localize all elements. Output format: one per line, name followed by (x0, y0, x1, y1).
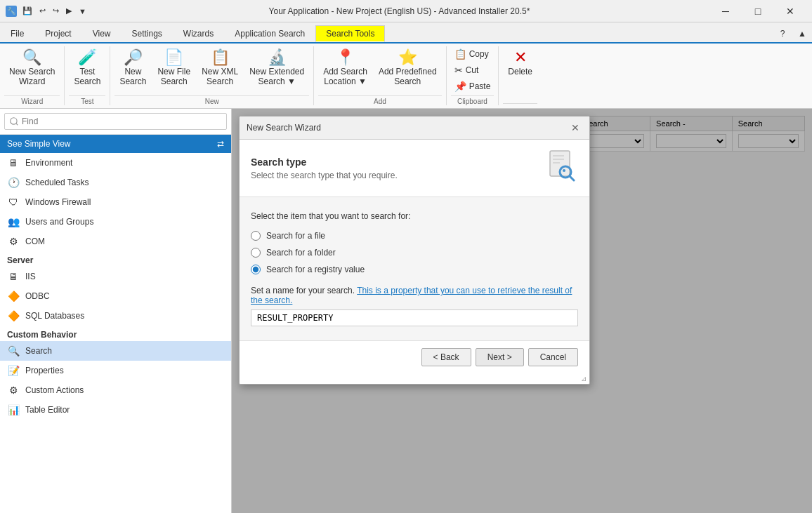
sidebar-item-com[interactable]: ⚙ COM (0, 232, 231, 251)
resize-handle[interactable]: ⊿ (240, 373, 589, 384)
save-button[interactable]: 💾 (20, 5, 35, 17)
dialog-body: Select the item that you want to search … (240, 197, 589, 341)
tab-wizards[interactable]: Wizards (173, 25, 224, 42)
copy-label: Copy (469, 49, 489, 59)
wizard-buttons: 🔍 New SearchWizard (4, 46, 60, 94)
sidebar-item-search[interactable]: 🔍 Search (0, 341, 231, 361)
property-link[interactable]: This is a property that you can use to r… (251, 286, 572, 305)
tab-view[interactable]: View (82, 25, 122, 42)
new-search-wizard-label: New SearchWizard (9, 67, 55, 87)
delete-button[interactable]: ✕ Delete (503, 46, 537, 80)
radio-registry-label: Search for a registry value (266, 265, 365, 274)
test-search-icon: 🧪 (78, 50, 97, 65)
paste-icon: 📌 (454, 81, 466, 92)
tab-application-search[interactable]: Application Search (224, 25, 315, 42)
svg-rect-2 (553, 159, 564, 160)
sidebar-item-users-groups[interactable]: 👥 Users and Groups (0, 212, 231, 232)
radio-file[interactable]: Search for a file (251, 231, 578, 241)
search-nav-label: Search (25, 346, 52, 356)
windows-firewall-icon: 🛡 (7, 196, 20, 208)
close-button[interactable]: ✕ (774, 0, 806, 22)
ribbon-tabs: File Project View Settings Wizards Appli… (0, 22, 812, 42)
search-input[interactable] (4, 113, 227, 130)
tab-project[interactable]: Project (34, 25, 81, 42)
new-buttons: 🔎 NewSearch 📄 New FileSearch 📋 New XMLSe… (114, 46, 309, 94)
new-search-wizard-dialog: New Search Wizard ✕ Search type Select t… (239, 116, 590, 385)
next-button[interactable]: Next > (476, 348, 524, 366)
table-editor-icon: 📊 (7, 404, 20, 416)
tab-settings[interactable]: Settings (122, 25, 173, 42)
sidebar-item-windows-firewall[interactable]: 🛡 Windows Firewall (0, 192, 231, 212)
paste-button[interactable]: 📌 Paste (451, 79, 495, 94)
clipboard-buttons: 📋 Copy ✂ Cut 📌 Paste (451, 46, 495, 94)
clipboard-group-label: Clipboard (451, 95, 495, 105)
view-toggle[interactable]: See Simple View ⇄ (0, 135, 231, 153)
radio-registry-input[interactable] (251, 265, 261, 274)
custom-actions-icon: ⚙ (7, 384, 20, 397)
tab-file[interactable]: File (0, 25, 34, 42)
scheduled-tasks-label: Scheduled Tasks (25, 178, 89, 187)
sidebar-item-custom-actions[interactable]: ⚙ Custom Actions (0, 380, 231, 400)
ribbon-group-new: 🔎 NewSearch 📄 New FileSearch 📋 New XMLSe… (110, 46, 314, 105)
sidebar-item-properties[interactable]: 📝 Properties (0, 361, 231, 380)
new-file-search-label: New FileSearch (157, 67, 190, 87)
radio-group: Search for a file Search for a folder Se… (251, 231, 578, 274)
new-file-search-button[interactable]: 📄 New FileSearch (152, 46, 195, 91)
add-predefined-search-button[interactable]: ⭐ Add PredefinedSearch (374, 46, 442, 91)
main-area: See Simple View ⇄ 🖥 Environment 🕐 Schedu… (0, 109, 812, 513)
sidebar-item-environment[interactable]: 🖥 Environment (0, 153, 231, 173)
tab-search-tools[interactable]: Search Tools (315, 25, 385, 42)
minimize-button[interactable]: ─ (709, 0, 742, 22)
ribbon-collapse-button[interactable]: ▲ (792, 25, 812, 42)
new-xml-search-label: New XMLSearch (202, 67, 238, 87)
radio-folder[interactable]: Search for a folder (251, 248, 578, 258)
new-group-label: New (114, 95, 309, 105)
test-search-button[interactable]: 🧪 TestSearch (69, 46, 105, 91)
sidebar-item-table-editor[interactable]: 📊 Table Editor (0, 400, 231, 420)
cancel-button[interactable]: Cancel (528, 348, 578, 366)
new-extended-search-button[interactable]: 🔬 New ExtendedSearch ▼ (244, 46, 309, 91)
table-editor-label: Table Editor (25, 405, 70, 415)
property-name-input[interactable] (251, 309, 578, 326)
users-groups-label: Users and Groups (25, 217, 93, 227)
sidebar-item-scheduled-tasks[interactable]: 🕐 Scheduled Tasks (0, 173, 231, 192)
sidebar-item-odbc[interactable]: 🔶 ODBC (0, 286, 231, 306)
windows-firewall-label: Windows Firewall (25, 197, 91, 207)
test-group-label: Test (69, 95, 105, 105)
ribbon-group-test: 🧪 TestSearch Test (65, 46, 110, 105)
copy-button[interactable]: 📋 Copy (451, 46, 492, 62)
copy-icon: 📋 (454, 48, 466, 60)
test-buttons: 🧪 TestSearch (69, 46, 105, 94)
ribbon: File Project View Settings Wizards Appli… (0, 22, 812, 109)
radio-registry[interactable]: Search for a registry value (251, 265, 578, 274)
view-toggle-label: See Simple View (7, 139, 71, 149)
add-search-location-button[interactable]: 📍 Add SearchLocation ▼ (318, 46, 372, 91)
new-search-wizard-button[interactable]: 🔍 New SearchWizard (4, 46, 60, 91)
cut-icon: ✂ (454, 65, 463, 76)
back-button[interactable]: < Back (421, 348, 471, 366)
scheduled-tasks-icon: 🕐 (7, 176, 20, 189)
more-button[interactable]: ▼ (76, 6, 89, 17)
properties-label: Properties (25, 366, 64, 375)
ribbon-help-button[interactable]: ? (773, 25, 792, 42)
cut-button[interactable]: ✂ Cut (451, 62, 483, 78)
delete-icon: ✕ (514, 50, 527, 65)
maximize-button[interactable]: □ (742, 0, 774, 22)
new-xml-search-button[interactable]: 📋 New XMLSearch (197, 46, 243, 91)
new-search-button[interactable]: 🔎 NewSearch (114, 46, 151, 91)
odbc-icon: 🔶 (7, 290, 20, 302)
sidebar: See Simple View ⇄ 🖥 Environment 🕐 Schedu… (0, 109, 232, 513)
add-predefined-search-label: Add PredefinedSearch (379, 67, 437, 87)
wizard-group-label: Wizard (4, 95, 60, 105)
undo-button[interactable]: ↩ (37, 5, 48, 17)
server-section-label: Server (0, 251, 231, 267)
add-buttons: 📍 Add SearchLocation ▼ ⭐ Add PredefinedS… (318, 46, 441, 94)
radio-folder-input[interactable] (251, 248, 261, 258)
build-button[interactable]: ▶ (63, 5, 74, 17)
dialog-header-text: Search type Select the search type that … (251, 156, 398, 180)
sidebar-item-sql-databases[interactable]: 🔶 SQL Databases (0, 306, 231, 326)
radio-file-input[interactable] (251, 231, 261, 241)
dialog-close-button[interactable]: ✕ (568, 121, 582, 135)
redo-button[interactable]: ↪ (50, 5, 62, 17)
sidebar-item-iis[interactable]: 🖥 IIS (0, 267, 231, 286)
